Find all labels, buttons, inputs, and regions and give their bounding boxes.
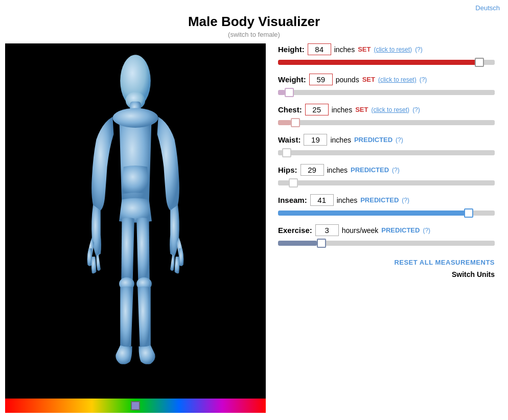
weight-reset[interactable]: (click to reset)	[378, 76, 417, 83]
waist-unit: inches	[330, 136, 351, 144]
exercise-help[interactable]: (?)	[423, 227, 430, 234]
hips-slider[interactable]	[278, 178, 495, 188]
waist-fill	[278, 150, 282, 155]
inseam-input[interactable]	[310, 194, 334, 206]
hips-unit: inches	[327, 166, 348, 174]
weight-help[interactable]: (?)	[420, 76, 427, 83]
height-status: SET	[358, 45, 371, 53]
hips-track	[278, 180, 495, 185]
switch-gender: (switch to female)	[0, 31, 508, 38]
waist-slider[interactable]	[278, 148, 495, 158]
chest-help[interactable]: (?)	[412, 106, 420, 113]
exercise-status: PREDICTED	[381, 226, 420, 234]
exercise-fill	[278, 241, 317, 246]
weight-label: Weight:	[278, 75, 306, 84]
body-viewer	[5, 43, 266, 413]
hips-control: Hips: inches PREDICTED (?)	[278, 164, 495, 188]
svg-point-3	[112, 108, 158, 127]
controls-panel: Height: inches SET (click to reset) (?) …	[266, 43, 503, 413]
height-slider[interactable]	[278, 57, 495, 67]
exercise-thumb[interactable]	[317, 239, 326, 248]
body-figure	[54, 53, 217, 390]
weight-input[interactable]	[309, 74, 333, 85]
switch-gender-link[interactable]: (switch to female)	[228, 31, 280, 38]
waist-thumb[interactable]	[282, 148, 291, 157]
exercise-unit: hours/week	[342, 226, 379, 235]
chest-slider[interactable]	[278, 118, 495, 128]
weight-status: SET	[362, 76, 375, 83]
chest-input[interactable]	[305, 104, 329, 115]
height-input[interactable]	[308, 43, 331, 55]
hips-label: Hips:	[278, 166, 297, 174]
waist-help[interactable]: (?)	[396, 136, 403, 144]
height-fill	[278, 60, 479, 65]
height-track	[278, 60, 495, 65]
height-thumb[interactable]	[475, 58, 484, 67]
exercise-slider[interactable]	[278, 238, 495, 248]
inseam-help[interactable]: (?)	[402, 197, 409, 204]
inseam-control: Inseam: inches PREDICTED (?)	[278, 194, 495, 218]
height-reset[interactable]: (click to reset)	[374, 46, 412, 53]
weight-control: Weight: pounds SET (click to reset) (?)	[278, 74, 495, 98]
waist-input[interactable]	[304, 134, 327, 146]
height-label: Height:	[278, 45, 305, 54]
bottom-actions: RESET ALL MEASUREMENTS Switch Units	[278, 259, 495, 278]
chest-control: Chest: inches SET (click to reset) (?)	[278, 104, 495, 128]
exercise-label-row: Exercise: hours/week PREDICTED (?)	[278, 224, 495, 236]
exercise-input[interactable]	[315, 224, 339, 236]
waist-status: PREDICTED	[354, 136, 392, 144]
reset-all-button[interactable]: RESET ALL MEASUREMENTS	[394, 259, 495, 266]
exercise-control: Exercise: hours/week PREDICTED (?)	[278, 224, 495, 248]
inseam-label-row: Inseam: inches PREDICTED (?)	[278, 194, 495, 206]
color-bar[interactable]	[5, 399, 266, 413]
height-unit: inches	[334, 45, 355, 54]
chest-reset[interactable]: (click to reset)	[371, 106, 409, 113]
inseam-status: PREDICTED	[360, 196, 399, 204]
inseam-track	[278, 211, 495, 216]
page-title: Male Body Visualizer	[0, 14, 508, 30]
chest-status: SET	[355, 106, 368, 113]
hips-status: PREDICTED	[351, 166, 389, 174]
chest-unit: inches	[332, 106, 352, 114]
exercise-label: Exercise:	[278, 226, 312, 235]
waist-track	[278, 150, 495, 155]
color-bar-thumb[interactable]	[131, 401, 140, 410]
chest-track	[278, 120, 495, 125]
switch-units-button[interactable]: Switch Units	[452, 270, 495, 278]
weight-thumb[interactable]	[285, 88, 294, 97]
chest-thumb[interactable]	[291, 118, 300, 127]
waist-label: Waist:	[278, 135, 301, 144]
top-bar: Deutsch	[0, 0, 508, 12]
weight-slider[interactable]	[278, 87, 495, 98]
main-layout: Height: inches SET (click to reset) (?) …	[0, 43, 508, 413]
chest-label-row: Chest: inches SET (click to reset) (?)	[278, 104, 495, 115]
inseam-thumb[interactable]	[464, 208, 473, 218]
inseam-fill	[278, 211, 469, 216]
hips-label-row: Hips: inches PREDICTED (?)	[278, 164, 495, 176]
hips-help[interactable]: (?)	[392, 167, 400, 174]
inseam-slider[interactable]	[278, 208, 495, 218]
hips-fill	[278, 180, 289, 185]
height-control: Height: inches SET (click to reset) (?)	[278, 43, 495, 67]
exercise-track	[278, 241, 495, 246]
waist-control: Waist: inches PREDICTED (?)	[278, 134, 495, 158]
chest-label: Chest:	[278, 105, 302, 114]
inseam-label: Inseam:	[278, 196, 307, 204]
weight-label-row: Weight: pounds SET (click to reset) (?)	[278, 74, 495, 85]
language-link[interactable]: Deutsch	[475, 4, 500, 12]
weight-fill	[278, 90, 285, 95]
chest-fill	[278, 120, 291, 125]
height-help[interactable]: (?)	[415, 46, 423, 53]
hips-thumb[interactable]	[289, 178, 298, 188]
page-header: Male Body Visualizer (switch to female)	[0, 14, 508, 38]
inseam-unit: inches	[337, 196, 357, 204]
waist-label-row: Waist: inches PREDICTED (?)	[278, 134, 495, 146]
body-canvas	[5, 43, 266, 399]
weight-unit: pounds	[336, 76, 359, 84]
hips-input[interactable]	[301, 164, 324, 176]
weight-track	[278, 90, 495, 95]
height-label-row: Height: inches SET (click to reset) (?)	[278, 43, 495, 55]
